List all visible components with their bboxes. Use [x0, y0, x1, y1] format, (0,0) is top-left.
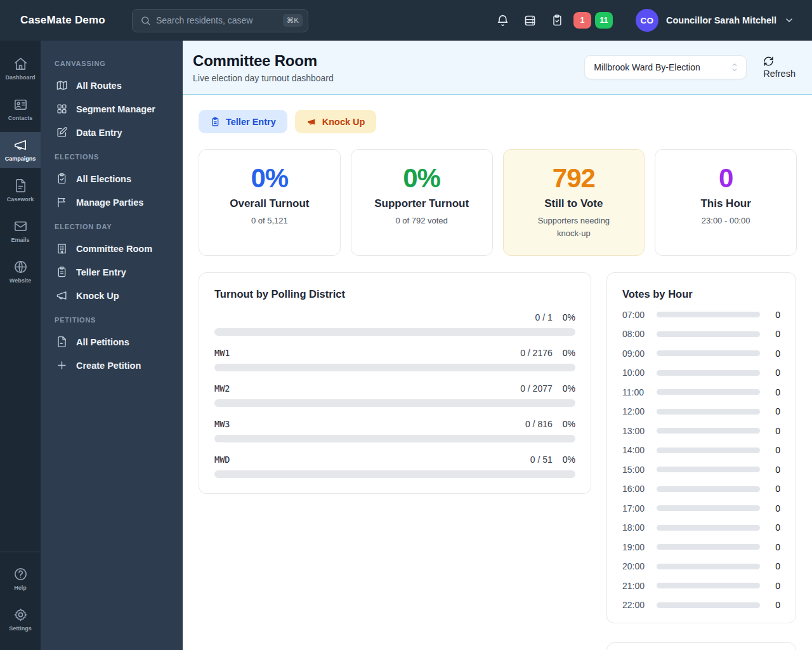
megaphone-icon: [306, 117, 317, 127]
hour-bar: [657, 602, 760, 608]
sidebar-item-all-petitions[interactable]: All Petitions: [51, 330, 173, 354]
sidebar: CANVASSINGAll RoutesSegment ManagerData …: [41, 41, 183, 650]
clipboard-list-icon: [56, 266, 68, 278]
district-label: MW1: [214, 348, 230, 358]
sidebar-item-all-elections[interactable]: All Elections: [51, 167, 173, 190]
sidebar-item-create-petition[interactable]: Create Petition: [51, 354, 173, 377]
sidebar-item-data-entry[interactable]: Data Entry: [51, 121, 173, 144]
rail-item-website[interactable]: Website: [0, 254, 41, 290]
help-icon: [13, 567, 28, 581]
hour-row-1400: 14:000: [622, 445, 780, 455]
hour-count: 0: [760, 426, 780, 436]
hour-count: 0: [760, 561, 780, 571]
hour-row-1000: 10:000: [622, 368, 780, 378]
stat-value: 0%: [403, 164, 440, 193]
sidebar-item-committee-room[interactable]: Committee Room: [51, 237, 173, 260]
rail-item-help[interactable]: Help: [0, 561, 41, 597]
hour-count: 0: [760, 600, 780, 610]
hour-bar: [657, 428, 760, 434]
sidebar-item-label: All Petitions: [76, 337, 129, 347]
stat-subtext: Supporters needing knock-up: [526, 215, 621, 240]
district-row-unnamed: 0 / 10%: [214, 312, 575, 336]
rail-item-emails[interactable]: Emails: [0, 213, 41, 249]
district-percent: 0%: [563, 454, 575, 465]
hour-row-2100: 21:000: [622, 581, 780, 591]
district-voted-total: 0 / 51: [530, 454, 553, 465]
hour-bar: [657, 409, 760, 415]
data-sources-button[interactable]: [523, 14, 537, 27]
stat-subtext: 0 of 5,121: [251, 215, 288, 227]
rail-item-casework[interactable]: Casework: [0, 173, 41, 209]
hour-row-1900: 19:000: [622, 542, 780, 552]
sidebar-item-label: Create Petition: [76, 361, 141, 371]
notifications-button[interactable]: [496, 14, 509, 27]
hour-label: 07:00: [622, 310, 657, 320]
district-voted-total: 0 / 816: [525, 419, 553, 429]
knock-up-button[interactable]: Knock Up: [295, 110, 377, 133]
edit-icon: [56, 126, 68, 138]
hour-row-0700: 07:000: [622, 310, 780, 320]
clipboard-check-icon: [56, 173, 68, 185]
hour-count: 0: [760, 368, 780, 378]
user-menu[interactable]: CO Councillor Sarah Mitchell: [636, 9, 794, 32]
hour-label: 10:00: [622, 368, 657, 378]
stat-subtext: 23:00 - 00:00: [702, 215, 750, 227]
hour-bar: [657, 350, 760, 356]
search-input[interactable]: [156, 15, 278, 25]
stat-value: 0: [719, 164, 733, 193]
hour-row-0900: 09:000: [622, 348, 780, 359]
globe-icon: [13, 260, 28, 274]
sidebar-item-knock-up[interactable]: Knock Up: [51, 284, 173, 307]
hour-row-1100: 11:000: [622, 387, 780, 397]
stat-card-still-to-vote: 792Still to VoteSupporters needing knock…: [503, 149, 645, 256]
clipboard-list-icon: [210, 117, 220, 127]
sidebar-item-manage-parties[interactable]: Manage Parties: [51, 190, 173, 214]
page-title: Committee Room: [193, 52, 334, 70]
success-count-badge[interactable]: 11: [595, 12, 613, 29]
hour-count: 0: [760, 348, 780, 359]
rail-item-label: Campaigns: [5, 156, 36, 162]
hour-row-2200: 22:000: [622, 600, 780, 610]
hour-label: 09:00: [622, 348, 657, 359]
district-row-MW2: MW20 / 20770%: [214, 383, 575, 407]
rail-item-settings[interactable]: Settings: [0, 602, 41, 638]
district-row-MW3: MW30 / 8160%: [214, 419, 575, 442]
hour-label: 20:00: [622, 561, 657, 571]
sidebar-item-all-routes[interactable]: All Routes: [51, 74, 173, 97]
stat-label: Supporter Turnout: [374, 197, 469, 210]
turnout-panel-title: Turnout by Polling District: [214, 288, 575, 300]
search-icon: [140, 15, 151, 26]
rail-item-label: Help: [14, 585, 27, 591]
rail-item-label: Dashboard: [5, 74, 35, 81]
sidebar-item-teller-entry[interactable]: Teller Entry: [51, 260, 173, 284]
hour-count: 0: [760, 387, 780, 397]
hour-count: 0: [760, 465, 780, 475]
envelope-icon: [13, 219, 28, 234]
district-progress-bar: [214, 364, 575, 371]
tasks-button[interactable]: [551, 14, 563, 27]
rail-item-dashboard[interactable]: Dashboard: [0, 51, 41, 87]
refresh-button[interactable]: Refresh: [763, 56, 796, 79]
page-subtitle: Live election day turnout dashboard: [193, 73, 334, 83]
server-icon: [523, 14, 537, 27]
plus-icon: [56, 359, 68, 371]
sidebar-item-label: Manage Parties: [76, 197, 143, 208]
global-search[interactable]: ⌘K: [132, 9, 308, 32]
district-voted-total: 0 / 1: [535, 312, 553, 322]
search-shortcut-badge: ⌘K: [283, 14, 303, 27]
hour-bar: [657, 312, 760, 317]
alert-count-badge[interactable]: 1: [573, 12, 591, 29]
rail-item-contacts[interactable]: Contacts: [0, 91, 41, 128]
votes-by-hour-title: Votes by Hour: [622, 288, 780, 300]
hour-count: 0: [760, 522, 780, 533]
teller-entry-button[interactable]: Teller Entry: [199, 110, 287, 133]
rail-item-campaigns[interactable]: Campaigns: [0, 132, 41, 168]
home-icon: [13, 56, 28, 71]
hour-row-1300: 13:000: [622, 426, 780, 436]
hour-label: 08:00: [622, 329, 657, 339]
sidebar-item-segment-manager[interactable]: Segment Manager: [51, 97, 173, 121]
hour-count: 0: [760, 329, 780, 339]
turnout-by-district-panel: Turnout by Polling District 0 / 10%MW10 …: [199, 272, 591, 494]
sidebar-item-label: All Routes: [76, 81, 122, 91]
election-select[interactable]: Millbrook Ward By-Election: [584, 55, 747, 79]
